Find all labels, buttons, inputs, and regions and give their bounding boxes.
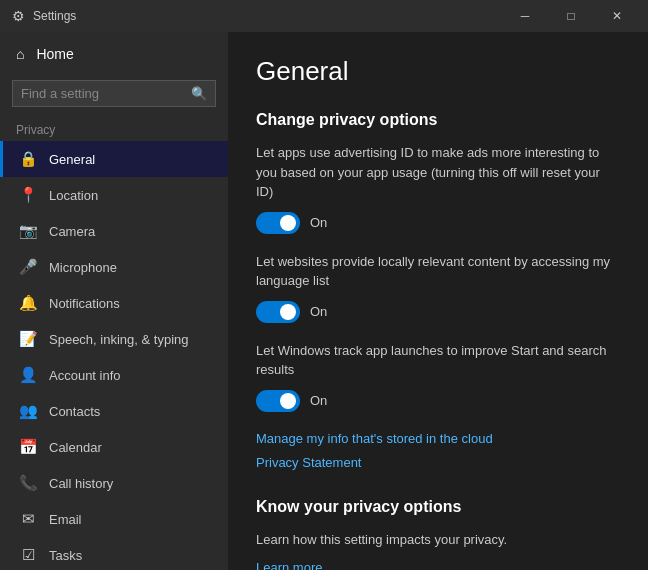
- sidebar-section-label: Privacy: [0, 115, 228, 141]
- callhistory-icon: 📞: [19, 474, 37, 492]
- sidebar-item-general-label: General: [49, 152, 95, 167]
- speech-icon: 📝: [19, 330, 37, 348]
- toggle1-label: On: [310, 215, 327, 230]
- sidebar-item-camera-label: Camera: [49, 224, 95, 239]
- sidebar-item-email[interactable]: ✉ Email: [0, 501, 228, 537]
- sidebar-item-speech-label: Speech, inking, & typing: [49, 332, 188, 347]
- toggle3[interactable]: [256, 390, 300, 412]
- privacy-statement-link[interactable]: Privacy Statement: [256, 455, 362, 470]
- tasks-icon: ☑: [19, 546, 37, 564]
- sidebar-item-calendar[interactable]: 📅 Calendar: [0, 429, 228, 465]
- page-title: General: [256, 56, 620, 87]
- email-icon: ✉: [19, 510, 37, 528]
- notifications-icon: 🔔: [19, 294, 37, 312]
- section2-title: Know your privacy options: [256, 498, 620, 516]
- sidebar-item-account[interactable]: 👤 Account info: [0, 357, 228, 393]
- sidebar-home-button[interactable]: ⌂ Home: [0, 32, 228, 76]
- toggle1-description: Let apps use advertising ID to make ads …: [256, 143, 620, 202]
- sidebar: ⌂ Home 🔍 Privacy 🔒 General 📍 Location 📷 …: [0, 32, 228, 570]
- calendar-icon: 📅: [19, 438, 37, 456]
- title-bar: ⚙ Settings ─ □ ✕: [0, 0, 648, 32]
- toggle1[interactable]: [256, 212, 300, 234]
- sidebar-item-calendar-label: Calendar: [49, 440, 102, 455]
- main-content: General Change privacy options Let apps …: [228, 32, 648, 570]
- minimize-button[interactable]: ─: [502, 0, 548, 32]
- sidebar-item-tasks[interactable]: ☑ Tasks: [0, 537, 228, 570]
- home-icon: ⌂: [16, 46, 24, 62]
- app-container: ⌂ Home 🔍 Privacy 🔒 General 📍 Location 📷 …: [0, 32, 648, 570]
- home-label: Home: [36, 46, 73, 62]
- sidebar-item-notifications-label: Notifications: [49, 296, 120, 311]
- close-button[interactable]: ✕: [594, 0, 640, 32]
- learn-more-link[interactable]: Learn more: [256, 560, 322, 570]
- sidebar-item-account-label: Account info: [49, 368, 121, 383]
- account-icon: 👤: [19, 366, 37, 384]
- title-bar-title: Settings: [33, 9, 76, 23]
- search-input[interactable]: [21, 86, 185, 101]
- toggle2-description: Let websites provide locally relevant co…: [256, 252, 620, 291]
- section2-description: Learn how this setting impacts your priv…: [256, 530, 620, 550]
- sidebar-item-email-label: Email: [49, 512, 82, 527]
- sidebar-item-microphone-label: Microphone: [49, 260, 117, 275]
- sidebar-item-tasks-label: Tasks: [49, 548, 82, 563]
- section1-title: Change privacy options: [256, 111, 620, 129]
- sidebar-item-notifications[interactable]: 🔔 Notifications: [0, 285, 228, 321]
- toggle3-label: On: [310, 393, 327, 408]
- sidebar-item-microphone[interactable]: 🎤 Microphone: [0, 249, 228, 285]
- title-bar-left: ⚙ Settings: [12, 8, 76, 24]
- toggle1-row: On: [256, 212, 620, 234]
- search-icon: 🔍: [191, 86, 207, 101]
- toggle2[interactable]: [256, 301, 300, 323]
- sidebar-item-contacts[interactable]: 👥 Contacts: [0, 393, 228, 429]
- camera-icon: 📷: [19, 222, 37, 240]
- manage-info-link[interactable]: Manage my info that's stored in the clou…: [256, 431, 493, 446]
- sidebar-item-camera[interactable]: 📷 Camera: [0, 213, 228, 249]
- location-icon: 📍: [19, 186, 37, 204]
- toggle3-row: On: [256, 390, 620, 412]
- sidebar-item-speech[interactable]: 📝 Speech, inking, & typing: [0, 321, 228, 357]
- settings-icon: ⚙: [12, 8, 25, 24]
- sidebar-item-location[interactable]: 📍 Location: [0, 177, 228, 213]
- maximize-button[interactable]: □: [548, 0, 594, 32]
- sidebar-item-general[interactable]: 🔒 General: [0, 141, 228, 177]
- microphone-icon: 🎤: [19, 258, 37, 276]
- toggle2-row: On: [256, 301, 620, 323]
- sidebar-item-contacts-label: Contacts: [49, 404, 100, 419]
- sidebar-item-callhistory-label: Call history: [49, 476, 113, 491]
- search-box[interactable]: 🔍: [12, 80, 216, 107]
- title-bar-controls: ─ □ ✕: [502, 0, 640, 32]
- sidebar-item-callhistory[interactable]: 📞 Call history: [0, 465, 228, 501]
- sidebar-item-location-label: Location: [49, 188, 98, 203]
- general-icon: 🔒: [19, 150, 37, 168]
- toggle2-label: On: [310, 304, 327, 319]
- contacts-icon: 👥: [19, 402, 37, 420]
- toggle3-description: Let Windows track app launches to improv…: [256, 341, 620, 380]
